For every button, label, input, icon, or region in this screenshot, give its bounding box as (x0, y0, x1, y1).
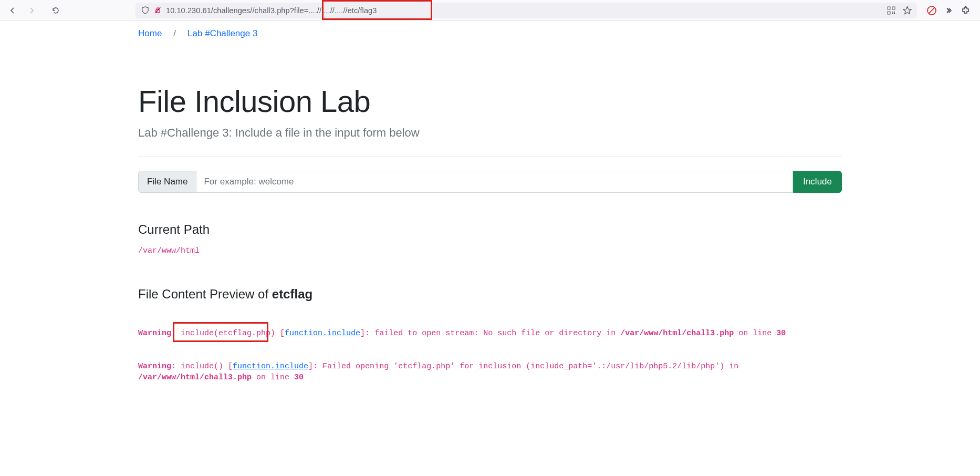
shield-icon (141, 6, 149, 15)
page-subtitle: Lab #Challenge 3: Include a file in the … (138, 126, 842, 140)
url-bar[interactable]: 10.10.230.61/challenges//chall3.php?file… (135, 3, 917, 18)
current-path-heading: Current Path (138, 222, 842, 237)
warning-include-call: include(etcflag.php) (181, 329, 275, 338)
page-container: Home / Lab #Challenge 3 File Inclusion L… (128, 21, 852, 383)
breadcrumb-home-link[interactable]: Home (138, 28, 162, 39)
extensions-icon[interactable] (960, 5, 971, 16)
qr-icon[interactable] (887, 6, 896, 15)
php-warning-2: Warning: include() [function.include]: F… (138, 361, 842, 383)
svg-rect-4 (888, 12, 890, 14)
toolbar-right-icons (926, 5, 975, 16)
breadcrumb-separator: / (173, 28, 176, 39)
url-bar-container: 10.10.230.61/challenges//chall3.php?file… (135, 3, 917, 18)
nav-back-button[interactable] (5, 3, 20, 18)
include-button[interactable]: Include (793, 171, 842, 193)
warning-function-link[interactable]: function.include (233, 362, 308, 371)
php-warning-1: Warning: include(etcflag.php) [function.… (138, 328, 842, 383)
svg-rect-5 (892, 12, 893, 13)
warning-message: Failed opening 'etcflag.php' for inclusi… (322, 362, 738, 371)
current-path-value: /var/www/html (138, 246, 842, 255)
warning-line-number: 30 (294, 373, 304, 382)
warning-label: Warning (138, 329, 171, 338)
warning-label: Warning (138, 362, 171, 371)
noscript-icon[interactable] (926, 5, 937, 16)
warning-path: /var/www/html/chall3.php (138, 373, 252, 382)
warning-include-call: include() [ (181, 362, 233, 371)
url-text[interactable]: 10.10.230.61/challenges//chall3.php?file… (166, 6, 880, 15)
warning-path: /var/www/html/chall3.php (620, 329, 734, 338)
browser-toolbar: 10.10.230.61/challenges//chall3.php?file… (0, 0, 980, 21)
breadcrumb: Home / Lab #Challenge 3 (138, 21, 842, 39)
svg-rect-2 (888, 7, 890, 9)
svg-rect-3 (892, 7, 895, 9)
lock-insecure-icon (153, 6, 162, 15)
file-input-group: File Name Include (138, 171, 842, 193)
page-title: File Inclusion Lab (138, 84, 842, 119)
warning-function-link[interactable]: function.include (285, 329, 360, 338)
file-name-input[interactable] (196, 171, 793, 193)
preview-filename: etcflag (272, 287, 312, 301)
nav-forward-button[interactable] (24, 3, 39, 18)
overflow-icon[interactable] (943, 5, 954, 16)
preview-heading: File Content Preview of etcflag (138, 287, 842, 302)
svg-rect-7 (892, 13, 893, 14)
breadcrumb-lab-link[interactable]: Lab #Challenge 3 (187, 28, 257, 39)
warning-line-number: 30 (776, 329, 786, 338)
svg-line-10 (929, 7, 935, 13)
preview-prefix: File Content Preview of (138, 287, 272, 301)
file-name-label: File Name (138, 171, 196, 193)
svg-rect-6 (894, 13, 895, 14)
bookmark-star-icon[interactable] (902, 6, 912, 15)
nav-reload-button[interactable] (48, 3, 63, 18)
svg-rect-8 (894, 12, 895, 13)
divider (138, 157, 842, 157)
warning-message: failed to open stream: No such file or d… (374, 329, 620, 338)
